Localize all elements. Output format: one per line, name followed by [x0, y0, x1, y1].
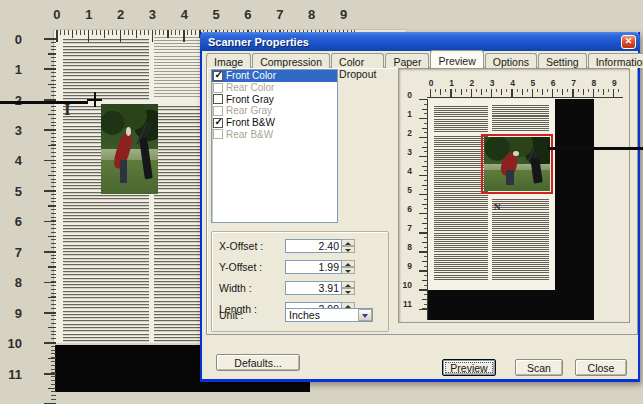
channel-label: Rear B&W: [226, 129, 273, 140]
checkbox[interactable]: ✓: [213, 118, 223, 128]
channel-row[interactable]: ✓ Front Color: [212, 70, 337, 82]
ruler-number: 4: [168, 7, 200, 23]
close-button[interactable]: Close: [575, 359, 627, 376]
chevron-down-icon[interactable]: [358, 309, 372, 321]
tab[interactable]: Setting: [538, 53, 587, 68]
ruler-number: 2: [462, 78, 482, 88]
ruler-number: 11: [399, 299, 412, 318]
checkbox[interactable]: ✓: [213, 94, 223, 104]
ruler-number: 3: [399, 147, 412, 166]
field-input[interactable]: 1.99: [285, 260, 342, 274]
spin-up-icon[interactable]: [342, 281, 355, 288]
field-input[interactable]: 2.40: [285, 239, 342, 253]
field-label: Y-Offset :: [219, 261, 285, 273]
vertical-ruler: 01234567891011: [2, 24, 22, 389]
preview-ruler-baseline: [427, 97, 623, 98]
preview-ruler-ticks: [430, 89, 620, 92]
spinner: [342, 239, 355, 253]
preview-button[interactable]: Preview: [442, 359, 496, 376]
unit-field-row: Unit : Inches: [219, 308, 373, 322]
thumbnail-page: N: [428, 99, 555, 290]
ruler-number: 8: [2, 268, 22, 298]
ruler-number: 2: [105, 7, 137, 23]
ruler-number: 7: [264, 7, 296, 23]
tab[interactable]: Preview: [430, 50, 483, 68]
ruler-number: 2: [399, 128, 412, 147]
callout-line-right: [548, 147, 643, 150]
channel-row[interactable]: ✓ Front Gray: [212, 93, 337, 105]
offset-field-row: X-Offset : 2.40: [219, 239, 355, 253]
field-input[interactable]: 3.91: [285, 281, 342, 295]
offset-field-row: Y-Offset : 1.99: [219, 260, 355, 274]
offset-field-row: Width : 3.91: [219, 281, 355, 295]
channel-row[interactable]: ✓ Rear Gray: [212, 105, 337, 117]
ruler-number: 9: [328, 7, 360, 23]
spin-up-icon[interactable]: [342, 239, 355, 246]
preview-tab-page: ✓ Front Color ✓ Rear Color ✓ Front Gray …: [206, 67, 638, 335]
screenshot-stage: I Scotland 0123456789 01234567891011 Sca…: [0, 0, 643, 404]
tab[interactable]: Paper: [385, 53, 429, 68]
tab[interactable]: Image: [206, 53, 251, 68]
dialog-titlebar[interactable]: Scanner Properties ✕: [200, 32, 640, 51]
thumb-drop-cap: N: [494, 202, 501, 212]
ruler-number: 8: [399, 242, 412, 261]
checkbox[interactable]: ✓: [213, 83, 223, 93]
ruler-number: 0: [2, 24, 22, 54]
selection-rectangle[interactable]: [481, 134, 553, 194]
checkbox[interactable]: ✓: [213, 129, 223, 139]
tab-strip: ImageCompressionColor DropoutPaperPrevie…: [206, 51, 643, 68]
ruler-number: 4: [502, 78, 522, 88]
horizontal-ruler: 0123456789: [41, 7, 359, 23]
ruler-number: 5: [200, 7, 232, 23]
channel-label: Front Color: [226, 70, 276, 81]
ruler-number: 10: [399, 280, 412, 299]
spin-down-icon[interactable]: [342, 288, 355, 295]
ruler-number: 1: [441, 78, 461, 88]
spinner: [342, 260, 355, 274]
scan-button[interactable]: Scan: [515, 359, 563, 376]
preview-horizontal-ruler: 0123456789: [421, 78, 624, 88]
ruler-number: 9: [604, 78, 624, 88]
checkbox[interactable]: ✓: [213, 106, 223, 116]
channel-label: Rear Gray: [226, 105, 272, 116]
channel-row[interactable]: ✓ Front B&W: [212, 117, 337, 129]
ruler-number: 0: [41, 7, 73, 23]
ruler-number: 6: [232, 7, 264, 23]
ruler-number: 5: [523, 78, 543, 88]
vertical-ruler-ticks: [51, 38, 56, 404]
channel-row[interactable]: ✓ Rear B&W: [212, 128, 337, 140]
ruler-number: 5: [2, 176, 22, 206]
tab[interactable]: Information: [588, 53, 643, 68]
ruler-number: 6: [399, 204, 412, 223]
spin-up-icon[interactable]: [342, 260, 355, 267]
spin-down-icon[interactable]: [342, 246, 355, 253]
ruler-number: 7: [399, 223, 412, 242]
ruler-number: 5: [399, 185, 412, 204]
dialog-title: Scanner Properties: [200, 36, 309, 48]
channel-row[interactable]: ✓ Rear Color: [212, 82, 337, 94]
thumb-text: [434, 136, 488, 280]
spin-down-icon[interactable]: [342, 267, 355, 274]
tab[interactable]: Color Dropout: [331, 53, 384, 68]
ruler-number: 8: [584, 78, 604, 88]
tab[interactable]: Compression: [252, 53, 330, 68]
channel-label: Front Gray: [226, 94, 274, 105]
ruler-number: 4: [2, 146, 22, 176]
close-icon[interactable]: ✕: [621, 35, 636, 49]
unit-dropdown[interactable]: Inches: [285, 308, 373, 322]
field-label: X-Offset :: [219, 240, 285, 252]
ruler-number: 1: [399, 109, 412, 128]
ruler-number: 4: [399, 166, 412, 185]
check-icon: ✓: [215, 116, 223, 127]
defaults-button[interactable]: Defaults...: [216, 354, 300, 371]
spinner: [342, 281, 355, 295]
checkbox[interactable]: ✓: [213, 71, 223, 81]
channel-listbox[interactable]: ✓ Front Color ✓ Rear Color ✓ Front Gray …: [211, 69, 338, 223]
tab[interactable]: Options: [485, 53, 537, 68]
channel-label: Rear Color: [226, 82, 274, 93]
ruler-number: 6: [543, 78, 563, 88]
ruler-number: 3: [482, 78, 502, 88]
ruler-number: 3: [2, 115, 22, 145]
ruler-number: 9: [399, 261, 412, 280]
preview-thumbnail[interactable]: N: [427, 99, 594, 320]
